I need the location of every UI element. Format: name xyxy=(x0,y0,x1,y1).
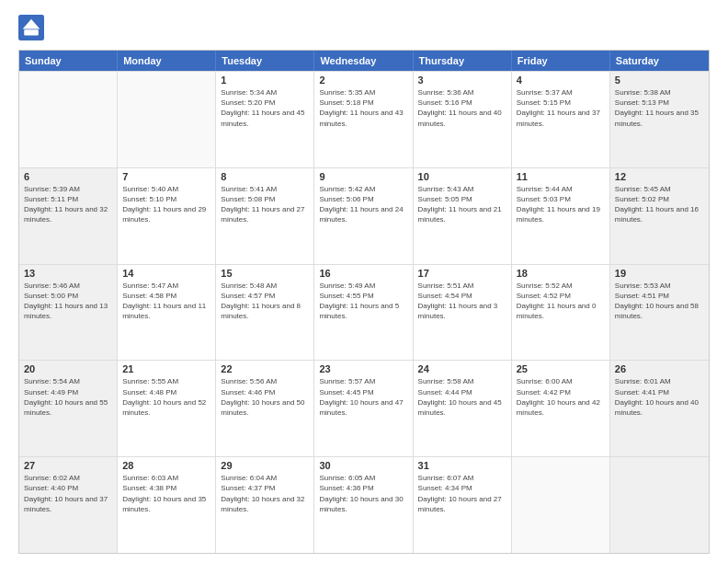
calendar-cell-0-2: 1Sunrise: 5:34 AM Sunset: 5:20 PM Daylig… xyxy=(216,72,314,167)
calendar-row-1: 6Sunrise: 5:39 AM Sunset: 5:11 PM Daylig… xyxy=(19,167,709,264)
cell-info: Sunrise: 5:52 AM Sunset: 4:52 PM Dayligh… xyxy=(517,281,605,322)
day-number: 16 xyxy=(319,268,407,279)
cell-info: Sunrise: 5:39 AM Sunset: 5:11 PM Dayligh… xyxy=(24,184,112,225)
cell-info: Sunrise: 5:34 AM Sunset: 5:20 PM Dayligh… xyxy=(221,87,309,129)
cell-info: Sunrise: 5:35 AM Sunset: 5:18 PM Dayligh… xyxy=(319,87,407,129)
calendar-cell-3-6: 26Sunrise: 6:01 AM Sunset: 4:41 PM Dayli… xyxy=(610,361,709,456)
cell-info: Sunrise: 5:44 AM Sunset: 5:03 PM Dayligh… xyxy=(517,184,605,225)
cell-info: Sunrise: 6:00 AM Sunset: 4:42 PM Dayligh… xyxy=(517,376,605,418)
cell-info: Sunrise: 6:05 AM Sunset: 4:36 PM Dayligh… xyxy=(319,473,407,514)
day-number: 14 xyxy=(122,268,210,279)
day-number: 15 xyxy=(221,268,309,279)
weekday-header-friday: Friday xyxy=(512,51,610,71)
day-number: 3 xyxy=(418,75,506,86)
cell-info: Sunrise: 5:55 AM Sunset: 4:48 PM Dayligh… xyxy=(122,376,210,418)
cell-info: Sunrise: 5:45 AM Sunset: 5:02 PM Dayligh… xyxy=(615,184,704,225)
calendar-cell-0-5: 4Sunrise: 5:37 AM Sunset: 5:15 PM Daylig… xyxy=(512,72,610,167)
day-number: 31 xyxy=(418,460,506,471)
calendar-cell-1-0: 6Sunrise: 5:39 AM Sunset: 5:11 PM Daylig… xyxy=(19,168,118,264)
day-number: 22 xyxy=(221,363,309,374)
calendar-cell-2-4: 17Sunrise: 5:51 AM Sunset: 4:54 PM Dayli… xyxy=(414,265,512,361)
cell-info: Sunrise: 5:58 AM Sunset: 4:44 PM Dayligh… xyxy=(418,376,506,418)
calendar-cell-4-2: 29Sunrise: 6:04 AM Sunset: 4:37 PM Dayli… xyxy=(216,457,314,553)
day-number: 26 xyxy=(615,363,704,374)
calendar: SundayMondayTuesdayWednesdayThursdayFrid… xyxy=(18,50,710,554)
calendar-cell-3-1: 21Sunrise: 5:55 AM Sunset: 4:48 PM Dayli… xyxy=(118,361,216,456)
cell-info: Sunrise: 6:01 AM Sunset: 4:41 PM Dayligh… xyxy=(615,376,704,418)
calendar-cell-1-4: 10Sunrise: 5:43 AM Sunset: 5:05 PM Dayli… xyxy=(414,168,512,264)
day-number: 28 xyxy=(122,460,210,471)
day-number: 19 xyxy=(615,268,704,279)
calendar-body: 1Sunrise: 5:34 AM Sunset: 5:20 PM Daylig… xyxy=(19,71,709,553)
cell-info: Sunrise: 5:53 AM Sunset: 4:51 PM Dayligh… xyxy=(615,281,704,322)
day-number: 30 xyxy=(319,460,407,471)
day-number: 27 xyxy=(24,460,112,471)
calendar-cell-4-1: 28Sunrise: 6:03 AM Sunset: 4:38 PM Dayli… xyxy=(118,457,216,553)
calendar-cell-4-3: 30Sunrise: 6:05 AM Sunset: 4:36 PM Dayli… xyxy=(314,457,413,553)
calendar-cell-2-3: 16Sunrise: 5:49 AM Sunset: 4:55 PM Dayli… xyxy=(314,265,413,361)
day-number: 17 xyxy=(418,268,506,279)
calendar-cell-2-1: 14Sunrise: 5:47 AM Sunset: 4:58 PM Dayli… xyxy=(118,265,216,361)
day-number: 20 xyxy=(24,363,112,374)
cell-info: Sunrise: 5:47 AM Sunset: 4:58 PM Dayligh… xyxy=(122,281,210,322)
calendar-cell-4-6 xyxy=(610,457,709,553)
calendar-cell-3-5: 25Sunrise: 6:00 AM Sunset: 4:42 PM Dayli… xyxy=(512,361,610,456)
day-number: 6 xyxy=(24,171,112,182)
cell-info: Sunrise: 6:02 AM Sunset: 4:40 PM Dayligh… xyxy=(24,473,112,514)
day-number: 7 xyxy=(122,171,210,182)
calendar-header: SundayMondayTuesdayWednesdayThursdayFrid… xyxy=(19,51,709,71)
calendar-cell-0-0 xyxy=(19,72,118,167)
cell-info: Sunrise: 6:07 AM Sunset: 4:34 PM Dayligh… xyxy=(418,473,506,514)
calendar-cell-2-2: 15Sunrise: 5:48 AM Sunset: 4:57 PM Dayli… xyxy=(216,265,314,361)
calendar-cell-0-4: 3Sunrise: 5:36 AM Sunset: 5:16 PM Daylig… xyxy=(414,72,512,167)
calendar-cell-4-4: 31Sunrise: 6:07 AM Sunset: 4:34 PM Dayli… xyxy=(414,457,512,553)
calendar-cell-2-0: 13Sunrise: 5:46 AM Sunset: 5:00 PM Dayli… xyxy=(19,265,118,361)
svg-rect-2 xyxy=(24,29,39,35)
cell-info: Sunrise: 5:51 AM Sunset: 4:54 PM Dayligh… xyxy=(418,281,506,322)
weekday-header-sunday: Sunday xyxy=(19,51,118,71)
day-number: 23 xyxy=(319,363,407,374)
cell-info: Sunrise: 5:54 AM Sunset: 4:49 PM Dayligh… xyxy=(24,376,112,418)
calendar-cell-0-1 xyxy=(118,72,216,167)
cell-info: Sunrise: 5:37 AM Sunset: 5:15 PM Dayligh… xyxy=(517,87,605,129)
logo-icon xyxy=(18,15,44,40)
day-number: 4 xyxy=(517,75,605,86)
weekday-header-tuesday: Tuesday xyxy=(216,51,314,71)
calendar-row-4: 27Sunrise: 6:02 AM Sunset: 4:40 PM Dayli… xyxy=(19,456,709,553)
calendar-cell-1-1: 7Sunrise: 5:40 AM Sunset: 5:10 PM Daylig… xyxy=(118,168,216,264)
logo xyxy=(18,15,48,40)
page: SundayMondayTuesdayWednesdayThursdayFrid… xyxy=(0,0,728,563)
cell-info: Sunrise: 5:36 AM Sunset: 5:16 PM Dayligh… xyxy=(418,87,506,129)
cell-info: Sunrise: 5:40 AM Sunset: 5:10 PM Dayligh… xyxy=(122,184,210,225)
calendar-cell-3-3: 23Sunrise: 5:57 AM Sunset: 4:45 PM Dayli… xyxy=(314,361,413,456)
cell-info: Sunrise: 6:04 AM Sunset: 4:37 PM Dayligh… xyxy=(221,473,309,514)
day-number: 10 xyxy=(418,171,506,182)
cell-info: Sunrise: 5:49 AM Sunset: 4:55 PM Dayligh… xyxy=(319,281,407,322)
cell-info: Sunrise: 5:42 AM Sunset: 5:06 PM Dayligh… xyxy=(319,184,407,225)
cell-info: Sunrise: 5:43 AM Sunset: 5:05 PM Dayligh… xyxy=(418,184,506,225)
calendar-row-3: 20Sunrise: 5:54 AM Sunset: 4:49 PM Dayli… xyxy=(19,360,709,456)
calendar-cell-3-2: 22Sunrise: 5:56 AM Sunset: 4:46 PM Dayli… xyxy=(216,361,314,456)
cell-info: Sunrise: 5:38 AM Sunset: 5:13 PM Dayligh… xyxy=(615,87,704,129)
day-number: 18 xyxy=(517,268,605,279)
calendar-cell-1-5: 11Sunrise: 5:44 AM Sunset: 5:03 PM Dayli… xyxy=(512,168,610,264)
weekday-header-wednesday: Wednesday xyxy=(314,51,413,71)
day-number: 29 xyxy=(221,460,309,471)
day-number: 21 xyxy=(122,363,210,374)
day-number: 8 xyxy=(221,171,309,182)
day-number: 25 xyxy=(517,363,605,374)
day-number: 1 xyxy=(221,75,309,86)
calendar-cell-0-6: 5Sunrise: 5:38 AM Sunset: 5:13 PM Daylig… xyxy=(610,72,709,167)
cell-info: Sunrise: 5:46 AM Sunset: 5:00 PM Dayligh… xyxy=(24,281,112,322)
weekday-header-monday: Monday xyxy=(118,51,216,71)
calendar-row-0: 1Sunrise: 5:34 AM Sunset: 5:20 PM Daylig… xyxy=(19,71,709,167)
calendar-cell-4-5 xyxy=(512,457,610,553)
weekday-header-thursday: Thursday xyxy=(414,51,512,71)
cell-info: Sunrise: 5:56 AM Sunset: 4:46 PM Dayligh… xyxy=(221,376,309,418)
cell-info: Sunrise: 5:48 AM Sunset: 4:57 PM Dayligh… xyxy=(221,281,309,322)
calendar-cell-4-0: 27Sunrise: 6:02 AM Sunset: 4:40 PM Dayli… xyxy=(19,457,118,553)
cell-info: Sunrise: 5:57 AM Sunset: 4:45 PM Dayligh… xyxy=(319,376,407,418)
cell-info: Sunrise: 6:03 AM Sunset: 4:38 PM Dayligh… xyxy=(122,473,210,514)
day-number: 13 xyxy=(24,268,112,279)
day-number: 2 xyxy=(319,75,407,86)
